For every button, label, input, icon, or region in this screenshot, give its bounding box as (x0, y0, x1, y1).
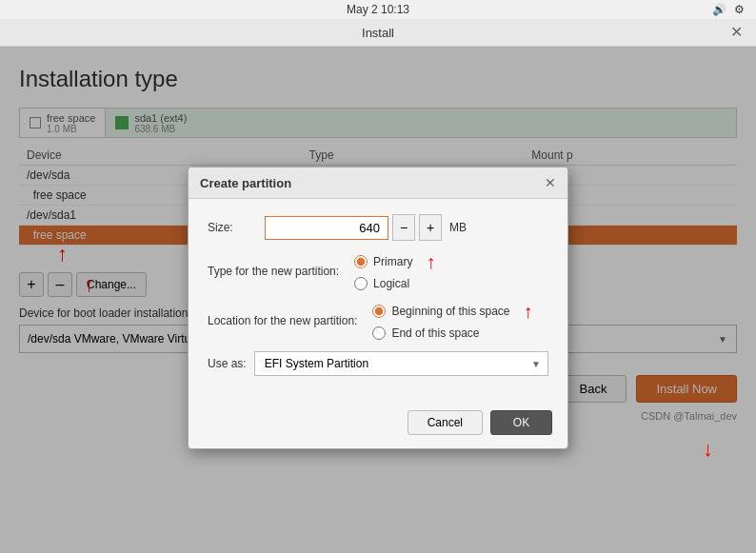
size-increase-button[interactable]: + (419, 214, 442, 241)
use-as-select-wrapper: EFI System Partition ext4 ext3 swap btrf… (254, 351, 548, 376)
dialog-title: Create partition (200, 176, 291, 190)
type-primary-row: Primary ↑ (354, 252, 435, 271)
main-window: Installation type free space 1.0 MB sda1… (0, 47, 756, 553)
location-beginning-radio[interactable] (372, 305, 386, 318)
size-input-wrapper: − + MB (265, 214, 548, 241)
window-title: Install (362, 26, 394, 40)
partition-location-label: Location for the new partition: (208, 314, 357, 327)
size-input[interactable] (265, 216, 388, 240)
create-partition-dialog: Create partition ✕ Size: − + MB T (188, 167, 568, 449)
size-unit-label: MB (449, 221, 467, 234)
window-title-bar: Install ✕ (0, 19, 756, 47)
partition-type-row: Type for the new partition: Primary ↑ Lo… (208, 252, 548, 290)
partition-location-row: Location for the new partition: Beginnin… (208, 302, 548, 340)
size-decrease-button[interactable]: − (392, 214, 415, 241)
status-icons: 🔊 ⚙ (712, 3, 745, 16)
settings-icon: ⚙ (734, 3, 745, 16)
dialog-title-bar: Create partition ✕ (189, 168, 567, 199)
arrow-ok-indicator: ↓ (703, 439, 713, 460)
type-logical-radio[interactable] (354, 277, 368, 290)
partition-type-options: Primary ↑ Logical (354, 252, 435, 290)
use-as-row: Use as: EFI System Partition ext4 ext3 s… (208, 351, 548, 376)
dialog-cancel-button[interactable]: Cancel (408, 410, 483, 435)
dialog-close-button[interactable]: ✕ (545, 175, 556, 190)
speaker-icon: 🔊 (712, 3, 726, 16)
dialog-buttons: Cancel OK ↓ (189, 403, 567, 448)
status-bar: May 2 10:13 🔊 ⚙ (0, 0, 756, 19)
dialog-overlay: Create partition ✕ Size: − + MB T (0, 47, 756, 553)
use-as-label: Use as: (208, 357, 247, 370)
arrow-primary-indicator: ↑ (426, 252, 435, 271)
type-primary-radio[interactable] (354, 255, 368, 268)
type-logical-row: Logical (354, 277, 435, 290)
location-beginning-label: Beginning of this space (391, 305, 509, 318)
size-row: Size: − + MB (208, 214, 548, 241)
use-as-select[interactable]: EFI System Partition ext4 ext3 swap btrf… (254, 351, 548, 376)
dialog-body: Size: − + MB Type for the new partition: (189, 199, 567, 403)
location-end-label: End of this space (391, 326, 479, 340)
dialog-ok-button[interactable]: OK (490, 410, 552, 435)
location-end-row: End of this space (372, 326, 532, 340)
location-beginning-row: Beginning of this space ↑ (372, 302, 532, 321)
partition-type-label: Type for the new partition: (208, 265, 339, 278)
type-logical-label: Logical (373, 277, 409, 290)
window-close-button[interactable]: ✕ (728, 25, 745, 40)
size-label: Size: (208, 221, 265, 234)
partition-location-options: Beginning of this space ↑ End of this sp… (372, 302, 532, 340)
location-end-radio[interactable] (372, 326, 386, 340)
type-primary-label: Primary (373, 255, 412, 268)
status-time: May 2 10:13 (347, 3, 409, 16)
arrow-location-indicator: ↑ (524, 302, 533, 321)
